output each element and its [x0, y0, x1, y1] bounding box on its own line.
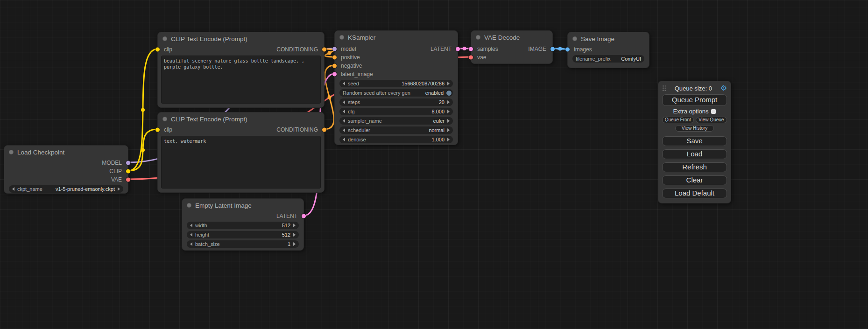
output-dot-conditioning[interactable]	[322, 128, 326, 132]
widget-value: v1-5-pruned-emaonly.ckpt	[56, 186, 115, 192]
node-header[interactable]: Save Image	[568, 32, 649, 45]
widget-label: width	[195, 223, 207, 228]
next-value-arrow-icon[interactable]	[118, 187, 120, 191]
extra-options-row: Extra options	[662, 108, 727, 115]
widget-value: 1.000	[431, 137, 445, 142]
decrement-arrow-icon[interactable]	[190, 224, 192, 227]
prompt-textarea[interactable]: beautiful scenery nature glass bottle la…	[161, 56, 321, 104]
slot-row: clip CONDITIONING	[158, 126, 324, 134]
collapse-dot[interactable]	[476, 35, 480, 40]
node-load-checkpoint[interactable]: Load Checkpoint MODEL CLIP VAE ckpt_name…	[4, 145, 128, 194]
node-vae-decode[interactable]: VAE Decode samples IMAGE vae	[471, 30, 553, 64]
save-button[interactable]: Save	[662, 136, 727, 146]
node-title: VAE Decode	[484, 34, 520, 41]
widget-filename-prefix[interactable]: filename_prefix ComfyUI	[572, 55, 644, 63]
node-header[interactable]: CLIP Text Encode (Prompt)	[158, 112, 324, 126]
widget-batch-size[interactable]: batch_size 1	[187, 240, 299, 248]
widget-value: 1	[288, 241, 290, 247]
increment-arrow-icon[interactable]	[447, 110, 450, 113]
toggle-knob[interactable]	[446, 91, 452, 96]
input-dot-positive[interactable]	[332, 56, 337, 60]
settings-gear-icon[interactable]: ⚙	[720, 84, 727, 92]
collapse-dot[interactable]	[187, 203, 191, 208]
widget-value: 512	[282, 232, 290, 238]
node-clip-text-encode-positive[interactable]: CLIP Text Encode (Prompt) clip CONDITION…	[157, 32, 325, 108]
widget-sampler-name[interactable]: sampler_name euler	[339, 117, 453, 125]
refresh-button[interactable]: Refresh	[662, 162, 727, 172]
widget-scheduler[interactable]: scheduler normal	[339, 126, 453, 134]
view-history-button[interactable]: View History	[675, 125, 714, 132]
next-value-arrow-icon[interactable]	[447, 128, 450, 132]
node-empty-latent-image[interactable]: Empty Latent Image LATENT width 512 heig…	[182, 198, 304, 251]
node-header[interactable]: CLIP Text Encode (Prompt)	[158, 32, 324, 45]
load-button[interactable]: Load	[662, 149, 727, 159]
widget-cfg[interactable]: cfg 8.000	[339, 108, 453, 115]
output-dot-model[interactable]	[126, 161, 130, 165]
input-dot-clip[interactable]	[155, 128, 160, 132]
widget-ckpt-name[interactable]: ckpt_name v1-5-pruned-emaonly.ckpt	[9, 185, 123, 193]
increment-arrow-icon[interactable]	[447, 100, 450, 104]
queue-front-button[interactable]: Queue Front	[662, 117, 694, 123]
clear-button[interactable]: Clear	[662, 175, 727, 185]
widget-random-seed-toggle[interactable]: Random seed after every gen enabled	[339, 89, 453, 97]
node-graph-canvas[interactable]: Load Checkpoint MODEL CLIP VAE ckpt_name…	[0, 0, 868, 329]
node-header[interactable]: Empty Latent Image	[182, 199, 303, 212]
collapse-dot[interactable]	[9, 150, 14, 154]
drag-handle-icon[interactable]	[662, 85, 666, 91]
collapse-dot[interactable]	[339, 35, 344, 40]
history-small-buttons: View History	[662, 125, 727, 132]
widget-width[interactable]: width 512	[187, 222, 299, 229]
widget-seed[interactable]: seed 156680208700286	[339, 80, 453, 87]
increment-arrow-icon[interactable]	[447, 82, 450, 85]
input-dot-vae[interactable]	[469, 56, 473, 60]
collapse-dot[interactable]	[162, 36, 167, 41]
widget-label: height	[195, 232, 209, 238]
input-dot-samples[interactable]	[469, 47, 473, 51]
prev-value-arrow-icon[interactable]	[12, 187, 14, 191]
input-dot-images[interactable]	[565, 48, 570, 52]
prev-value-arrow-icon[interactable]	[343, 128, 345, 132]
input-dot-clip[interactable]	[155, 48, 160, 52]
node-header[interactable]: VAE Decode	[471, 31, 552, 44]
decrement-arrow-icon[interactable]	[343, 138, 345, 141]
increment-arrow-icon[interactable]	[293, 233, 296, 237]
decrement-arrow-icon[interactable]	[343, 100, 345, 104]
input-dot-negative[interactable]	[332, 64, 337, 68]
output-dot-latent[interactable]	[302, 214, 306, 218]
decrement-arrow-icon[interactable]	[343, 110, 345, 113]
input-dot-latent-image[interactable]	[332, 72, 337, 77]
decrement-arrow-icon[interactable]	[190, 242, 192, 246]
output-dot-latent[interactable]	[456, 47, 460, 51]
node-header[interactable]: Load Checkpoint	[4, 146, 128, 159]
widget-denoise[interactable]: denoise 1.000	[339, 136, 453, 143]
collapse-dot[interactable]	[572, 36, 577, 41]
node-clip-text-encode-negative[interactable]: CLIP Text Encode (Prompt) clip CONDITION…	[157, 112, 325, 193]
input-dot-model[interactable]	[332, 47, 337, 51]
output-dot-image[interactable]	[550, 47, 555, 51]
slot-label: images	[574, 46, 592, 53]
link-midpoint-dot	[328, 51, 332, 55]
node-ksampler[interactable]: KSampler model LATENT positive negative …	[334, 30, 458, 145]
output-dot-conditioning[interactable]	[322, 48, 326, 52]
increment-arrow-icon[interactable]	[293, 242, 296, 246]
decrement-arrow-icon[interactable]	[190, 233, 192, 237]
next-value-arrow-icon[interactable]	[447, 119, 450, 123]
widget-label: batch_size	[195, 241, 220, 247]
node-header[interactable]: KSampler	[335, 31, 458, 44]
widget-steps[interactable]: steps 20	[339, 98, 453, 106]
prev-value-arrow-icon[interactable]	[343, 119, 345, 123]
decrement-arrow-icon[interactable]	[343, 82, 345, 85]
output-dot-vae[interactable]	[126, 178, 130, 182]
collapse-dot[interactable]	[162, 117, 167, 121]
widget-height[interactable]: height 512	[187, 231, 299, 238]
increment-arrow-icon[interactable]	[293, 224, 296, 227]
extra-options-checkbox[interactable]	[711, 109, 716, 114]
node-title: Empty Latent Image	[195, 202, 252, 209]
node-save-image[interactable]: Save Image images filename_prefix ComfyU…	[567, 32, 649, 68]
queue-prompt-button[interactable]: Queue Prompt	[662, 94, 727, 106]
prompt-textarea[interactable]: text, watermark	[161, 136, 321, 189]
view-queue-button[interactable]: View Queue	[696, 117, 727, 123]
load-default-button[interactable]: Load Default	[662, 189, 727, 198]
output-dot-clip[interactable]	[126, 169, 130, 174]
increment-arrow-icon[interactable]	[447, 138, 450, 141]
